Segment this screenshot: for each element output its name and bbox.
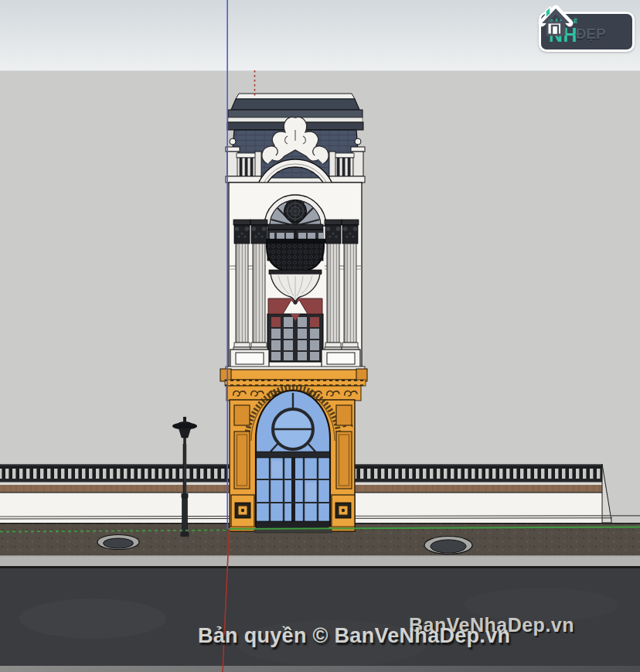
watermark-copyright: Bản quyền © BanVeNhaDep.vn — [198, 624, 510, 648]
column — [325, 220, 342, 352]
dentil-row — [225, 380, 366, 386]
curb — [0, 555, 640, 568]
column — [250, 220, 267, 352]
second-floor-window — [267, 314, 323, 362]
street — [0, 523, 640, 672]
roof-deck — [231, 99, 359, 110]
roof-parapet — [236, 94, 355, 99]
sketchup-viewport[interactable]: BẢN VẼ NH ĐẸP BanVeNhaDep.vn Bản quyền ©… — [0, 0, 640, 672]
column — [342, 220, 359, 352]
banvenhadep-logo: BẢN VẼ NH ĐẸP — [539, 12, 635, 52]
road-edge-strip — [0, 666, 640, 672]
column — [233, 220, 250, 352]
townhouse-model — [220, 94, 367, 533]
model-scene — [0, 0, 640, 672]
lamp-base — [181, 532, 189, 537]
house-logo-icon — [540, 2, 571, 39]
ground-floor — [230, 387, 355, 533]
logo-suffix-text: ĐẸP — [576, 26, 606, 43]
